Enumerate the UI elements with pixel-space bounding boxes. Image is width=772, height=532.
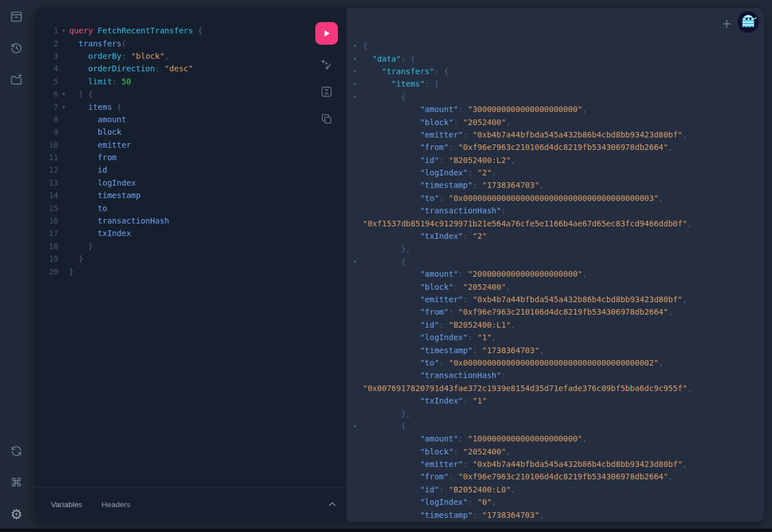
- line-number: 20: [35, 267, 58, 276]
- query-line: 3 orderBy: "block",: [35, 50, 347, 62]
- code-token: "B2052400:L1": [449, 320, 511, 329]
- shortcuts-icon[interactable]: ⌘: [10, 476, 23, 490]
- json-line: ▾ "transfers": {: [347, 65, 764, 78]
- code-token: ,: [687, 219, 692, 228]
- code-token: [363, 510, 420, 520]
- code-token: limit: [88, 77, 112, 86]
- code-token: :: [463, 460, 473, 469]
- code-token: {: [363, 422, 406, 431]
- query-line: 5 limit: 50: [35, 75, 347, 88]
- refetch-schema-icon[interactable]: [10, 444, 23, 458]
- code-token: ,: [511, 485, 515, 494]
- json-line: "id": "B2052400:L2",: [347, 154, 764, 166]
- code-token: }: [69, 242, 93, 251]
- code-token: [69, 178, 98, 187]
- code-token: id: [98, 165, 108, 174]
- copy-query-icon[interactable]: [320, 112, 333, 126]
- code-token: },: [363, 244, 410, 253]
- fold-arrow-icon[interactable]: ▾: [347, 259, 363, 264]
- fold-arrow-icon[interactable]: ▾: [58, 28, 69, 33]
- code-token: :: [458, 434, 468, 443]
- json-line: "to": "0x0000000000000000000000000000000…: [347, 357, 764, 369]
- folder-add-icon[interactable]: [10, 73, 23, 87]
- code-token: [363, 54, 372, 63]
- code-token: ,: [683, 295, 687, 304]
- json-line: ▾ {: [347, 420, 764, 432]
- json-line: "txIndex": "1": [347, 394, 764, 407]
- code-token: "2": [477, 168, 491, 177]
- tab-headers[interactable]: Headers: [101, 500, 130, 509]
- code-token: :: [463, 396, 473, 405]
- query-line: 7▾ items {: [35, 100, 347, 113]
- code-token: [363, 346, 420, 355]
- code-token: "block": [131, 52, 165, 61]
- json-line: "0x0076917820791d43fae372c1939e8154d35d7…: [347, 382, 764, 394]
- avatar[interactable]: [737, 11, 759, 33]
- code-token: :: [458, 269, 468, 278]
- query-line: 11 from: [35, 151, 347, 164]
- fold-arrow-icon[interactable]: ▾: [347, 43, 363, 49]
- fold-arrow-icon[interactable]: ▾: [347, 56, 363, 62]
- code-token: :: [439, 194, 449, 203]
- query-line: 14 timestamp: [35, 189, 347, 201]
- prettify-icon[interactable]: [320, 58, 333, 72]
- query-line: 2 transfers(: [35, 37, 347, 49]
- code-token: [69, 229, 98, 238]
- json-line: "amount": "2000000000000000000000",: [347, 268, 764, 280]
- docs-icon[interactable]: [10, 10, 23, 23]
- code-token: [363, 168, 420, 177]
- add-tab-button[interactable]: +: [720, 17, 734, 31]
- fold-arrow-icon[interactable]: ▾: [347, 68, 363, 74]
- code-token: :: [473, 346, 482, 355]
- code-token: ,: [683, 460, 687, 469]
- query-editor-lines: 1▾query FetchRecentTransfers {2 transfer…: [35, 24, 347, 278]
- code-token: [69, 52, 88, 61]
- code-token: : {: [401, 54, 415, 63]
- json-line: ▾ "data": {: [347, 52, 764, 65]
- line-number: 13: [35, 178, 58, 187]
- chevron-up-icon[interactable]: [327, 499, 338, 510]
- code-token: ,: [687, 384, 692, 393]
- code-token: "block": [420, 282, 453, 291]
- query-line: 20}: [35, 265, 347, 277]
- query-line: 15 to: [35, 201, 347, 214]
- fold-arrow-icon[interactable]: ▾: [347, 81, 363, 87]
- code-token: {: [112, 102, 122, 111]
- line-number: 9: [35, 127, 58, 136]
- code-token: :: [458, 105, 468, 114]
- merge-fragments-icon[interactable]: [320, 85, 333, 98]
- json-line: "emitter": "0xb4b7a44bfbda545a432b86b4cb…: [347, 293, 764, 306]
- execute-query-button[interactable]: [315, 22, 338, 45]
- fold-arrow-icon[interactable]: ▾: [58, 104, 69, 110]
- settings-icon[interactable]: ⚙: [10, 508, 23, 521]
- code-token: "2": [473, 231, 487, 241]
- code-token: :: [463, 130, 473, 139]
- code-token: [69, 204, 98, 213]
- fold-arrow-icon[interactable]: ▾: [347, 423, 363, 429]
- code-token: },: [363, 409, 410, 418]
- line-number: 2: [35, 39, 58, 48]
- query-line: 16 transactionHash: [35, 214, 347, 227]
- line-number: 18: [35, 242, 58, 251]
- code-token: 50: [122, 77, 131, 86]
- code-token: "0xf96e7963c210106d4dc8219fb534306978db2…: [458, 472, 668, 481]
- code-token: [363, 320, 420, 329]
- json-line: "emitter": "0xb4b7a44bfbda545a432b86b4cb…: [347, 128, 764, 141]
- line-number: 11: [35, 153, 58, 162]
- query-editor[interactable]: 1▾query FetchRecentTransfers {2 transfer…: [35, 8, 347, 522]
- query-line: 8 amount: [35, 113, 347, 126]
- code-token: "logIndex": [420, 497, 468, 507]
- tab-variables[interactable]: Variables: [51, 500, 82, 509]
- code-token: "2052400": [463, 447, 506, 456]
- json-line: "amount": "1000000000000000000000",: [347, 432, 764, 445]
- code-token: "items": [392, 79, 425, 88]
- json-line: "timestamp": "1738364703",: [347, 179, 764, 191]
- query-line: 19 }: [35, 252, 347, 265]
- fold-arrow-icon[interactable]: ▾: [347, 94, 363, 100]
- history-icon[interactable]: [10, 41, 23, 55]
- fold-arrow-icon[interactable]: ▾: [58, 91, 69, 97]
- code-token: block: [98, 127, 122, 136]
- code-token: ,: [539, 346, 544, 355]
- code-token: "amount": [420, 105, 458, 114]
- code-token: "emitter": [420, 295, 463, 304]
